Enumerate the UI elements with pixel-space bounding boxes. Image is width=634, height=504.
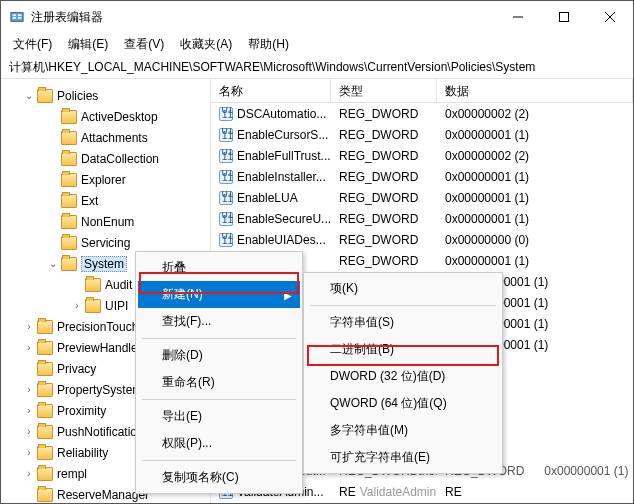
menu-favorites[interactable]: 收藏夹(A) — [172, 33, 240, 56]
svg-text:110: 110 — [222, 171, 233, 183]
window-title: 注册表编辑器 — [31, 9, 495, 26]
window-controls — [495, 1, 633, 33]
chevron-right-icon[interactable]: › — [23, 321, 35, 332]
value-name: EnableUIADes... — [237, 233, 326, 247]
folder-icon — [37, 446, 53, 460]
tree-item-label: Explorer — [81, 173, 126, 187]
list-row[interactable]: 011110EnableInstaller...REG_DWORD0x00000… — [211, 166, 633, 187]
value-type: REG_DWORD — [331, 212, 437, 226]
menu-help[interactable]: 帮助(H) — [240, 33, 297, 56]
menu-item[interactable]: 新建(N)▶ — [138, 281, 300, 308]
menu-item[interactable]: QWORD (64 位)值(Q) — [306, 390, 500, 417]
close-button[interactable] — [587, 1, 633, 33]
value-type: REG_DWORD — [331, 254, 437, 268]
tree-item-label: System — [81, 256, 127, 272]
value-data: 0x00000002 (2) — [437, 107, 633, 121]
menu-item[interactable]: DWORD (32 位)值(D) — [306, 363, 500, 390]
svg-text:110: 110 — [222, 129, 233, 141]
col-name[interactable]: 名称 — [211, 79, 331, 102]
list-row[interactable]: 011110EnableUIADes...REG_DWORD0x00000000… — [211, 229, 633, 250]
folder-icon — [37, 341, 53, 355]
menu-item[interactable]: 权限(P)... — [138, 430, 300, 457]
tree-item-label: Audit — [105, 278, 132, 292]
list-row[interactable]: 011110DSCAutomatio...REG_DWORD0x00000002… — [211, 103, 633, 124]
menu-item[interactable]: 可扩充字符串值(E) — [306, 444, 500, 471]
list-row[interactable]: 011110EnableCursorS...REG_DWORD0x0000000… — [211, 124, 633, 145]
chevron-right-icon[interactable]: › — [23, 447, 35, 458]
tree-item-datacollection[interactable]: DataCollection — [1, 148, 210, 169]
svg-text:110: 110 — [222, 234, 233, 246]
menu-view[interactable]: 查看(V) — [116, 33, 172, 56]
menu-file[interactable]: 文件(F) — [5, 33, 60, 56]
menu-item[interactable]: 删除(D) — [138, 342, 300, 369]
chevron-right-icon[interactable]: › — [23, 384, 35, 395]
menu-edit[interactable]: 编辑(E) — [60, 33, 116, 56]
menu-item[interactable]: 查找(F)... — [138, 308, 300, 335]
menu-item[interactable]: 导出(E) — [138, 403, 300, 430]
folder-icon — [37, 467, 53, 481]
chevron-right-icon[interactable]: › — [23, 342, 35, 353]
list-row[interactable]: 011110EnableSecureU...REG_DWORD0x0000000… — [211, 208, 633, 229]
folder-icon — [61, 152, 77, 166]
tree-item-ext[interactable]: Ext — [1, 190, 210, 211]
tree-item-label: Reliability — [57, 446, 108, 460]
svg-rect-3 — [18, 14, 22, 16]
menu-item[interactable]: 二进制值(B) — [306, 336, 500, 363]
tree-item-label: Proximity — [57, 404, 106, 418]
value-name: DSCAutomatio... — [237, 107, 326, 121]
address-bar[interactable]: 计算机\HKEY_LOCAL_MACHINE\SOFTWARE\Microsof… — [1, 57, 633, 79]
value-data: 0x00000001 (1) — [437, 128, 633, 142]
context-menu-main[interactable]: 折叠新建(N)▶查找(F)...删除(D)重命名(R)导出(E)权限(P)...… — [135, 251, 303, 494]
minimize-button[interactable] — [495, 1, 541, 33]
tree-item-label: NonEnum — [81, 215, 134, 229]
tree-item-label: Servicing — [81, 236, 130, 250]
menu-item[interactable]: 折叠 — [138, 254, 300, 281]
value-data: 0x00000001 (1) — [437, 170, 633, 184]
menu-item[interactable]: 复制项名称(C) — [138, 464, 300, 491]
tree-item-label: Ext — [81, 194, 98, 208]
menu-item[interactable]: 项(K) — [306, 275, 500, 302]
value-type: REValidateAdmin... — [331, 485, 437, 499]
reg-dword-icon: 011110 — [219, 233, 233, 247]
maximize-button[interactable] — [541, 1, 587, 33]
folder-icon — [61, 215, 77, 229]
chevron-right-icon[interactable]: › — [23, 405, 35, 416]
value-name: EnableInstaller... — [237, 170, 326, 184]
reg-dword-icon: 011110 — [219, 128, 233, 142]
tree-item-explorer[interactable]: Explorer — [1, 169, 210, 190]
list-row[interactable]: 011110EnableLUAREG_DWORD0x00000001 (1) — [211, 187, 633, 208]
col-type[interactable]: 类型 — [331, 79, 437, 102]
chevron-right-icon[interactable]: › — [23, 426, 35, 437]
titlebar: 注册表编辑器 — [1, 1, 633, 33]
menu-item[interactable]: 多字符串值(M) — [306, 417, 500, 444]
context-menu-new[interactable]: 项(K)字符串值(S)二进制值(B)DWORD (32 位)值(D)QWORD … — [303, 272, 503, 474]
chevron-down-icon[interactable]: ⌄ — [23, 90, 35, 101]
value-name: EnableFullTrust... — [237, 149, 331, 163]
menu-separator — [142, 338, 296, 339]
value-data: 0x00000000 (0) — [437, 233, 633, 247]
reg-dword-icon: 011110 — [219, 107, 233, 121]
tree-item-label: rempl — [57, 467, 87, 481]
chevron-right-icon[interactable]: › — [71, 300, 83, 311]
col-data[interactable]: 数据 — [437, 79, 633, 102]
value-type: REG_DWORD — [331, 233, 437, 247]
svg-rect-6 — [560, 13, 569, 22]
chevron-right-icon[interactable]: › — [23, 468, 35, 479]
value-name: EnableLUA — [237, 191, 298, 205]
svg-text:110: 110 — [222, 150, 233, 162]
chevron-down-icon[interactable]: ⌄ — [47, 258, 59, 269]
menu-item[interactable]: 重命名(R) — [138, 369, 300, 396]
tree-item-servicing[interactable]: Servicing — [1, 232, 210, 253]
list-row[interactable]: 011110EnableFullTrust...REG_DWORD0x00000… — [211, 145, 633, 166]
tree-item-attachments[interactable]: Attachments — [1, 127, 210, 148]
tree-item-nonenum[interactable]: NonEnum — [1, 211, 210, 232]
tree-item-label: Privacy — [57, 362, 96, 376]
svg-rect-4 — [18, 17, 22, 19]
value-type: REG_DWORD — [331, 191, 437, 205]
list-header: 名称 类型 数据 — [211, 79, 633, 103]
menu-separator — [142, 460, 296, 461]
tree-item-activedesktop[interactable]: ActiveDesktop — [1, 106, 210, 127]
menu-item[interactable]: 字符串值(S) — [306, 309, 500, 336]
tree-item-policies[interactable]: ⌄Policies — [1, 85, 210, 106]
value-type: REG_DWORD — [331, 170, 437, 184]
